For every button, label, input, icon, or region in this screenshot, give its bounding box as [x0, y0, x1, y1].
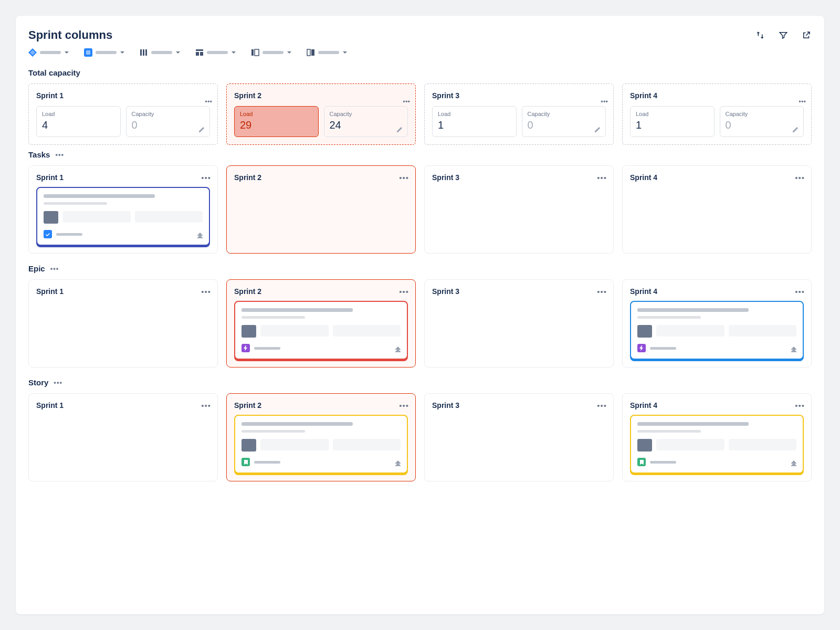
open-external-icon[interactable]	[801, 30, 812, 40]
lane-title: Story•••	[28, 378, 812, 387]
toolbar-label-placeholder	[151, 51, 172, 54]
priority-icon	[394, 346, 402, 353]
card-title-placeholder	[242, 422, 353, 426]
card-field-placeholder	[656, 439, 724, 450]
toolbar-item-2[interactable]	[140, 48, 181, 57]
card-field-placeholder	[729, 439, 797, 450]
lane-cell[interactable]: Sprint 3 •••	[424, 279, 614, 368]
cell-title: Sprint 3	[432, 401, 606, 410]
card-subtitle-placeholder	[637, 316, 701, 319]
lane-cell[interactable]: Sprint 1 •••	[28, 393, 218, 481]
cell-menu-icon[interactable]: •••	[399, 287, 409, 296]
lane-menu-icon[interactable]: •••	[50, 265, 59, 272]
lane-cell[interactable]: Sprint 3 •••	[424, 165, 614, 254]
card-title-placeholder	[44, 194, 155, 198]
lane-cell[interactable]: Sprint 4 •••	[622, 165, 812, 254]
lane-grid: Sprint 1 •••	[28, 165, 812, 254]
issue-key-placeholder	[650, 461, 676, 464]
capacity-label: Capacity	[528, 111, 601, 117]
cell-title: Sprint 1	[36, 287, 210, 296]
cell-title: Sprint 3	[432, 173, 606, 182]
cell-menu-icon[interactable]: •••	[201, 173, 211, 182]
cell-menu-icon[interactable]: •••	[399, 401, 409, 410]
lane-cell[interactable]: Sprint 2 •••	[226, 165, 416, 254]
cell-menu-icon[interactable]: •••	[597, 173, 607, 182]
column-menu-icon[interactable]: •••	[205, 98, 212, 106]
capacity-box[interactable]: Capacity 24	[324, 106, 408, 137]
load-box: Load 4	[36, 106, 121, 137]
filter-icon[interactable]	[778, 30, 789, 40]
issue-card[interactable]	[234, 415, 408, 474]
edit-icon[interactable]	[198, 125, 205, 132]
edit-icon[interactable]	[594, 125, 601, 132]
issue-key-placeholder	[254, 347, 280, 350]
cell-menu-icon[interactable]: •••	[201, 401, 211, 410]
card-field-placeholder	[729, 325, 797, 337]
cell-menu-icon[interactable]: •••	[597, 287, 607, 296]
cell-menu-icon[interactable]: •••	[201, 287, 211, 296]
cell-menu-icon[interactable]: •••	[795, 401, 805, 410]
card-title-placeholder	[637, 422, 749, 426]
issue-card[interactable]	[630, 415, 804, 474]
epic-type-icon	[637, 344, 646, 352]
column-menu-icon[interactable]: •••	[799, 98, 806, 106]
column-menu-icon[interactable]: •••	[601, 98, 608, 106]
lane-cell[interactable]: Sprint 1 •••	[28, 279, 218, 368]
card-subtitle-placeholder	[637, 430, 701, 433]
lane-cell[interactable]: Sprint 4 •••	[622, 279, 812, 368]
capacity-box[interactable]: Capacity 0	[126, 106, 211, 137]
task-type-icon	[44, 230, 52, 238]
lane-cell[interactable]: Sprint 2 •••	[226, 279, 416, 368]
panel-split-icon	[307, 48, 315, 57]
toolbar-label-placeholder	[318, 51, 339, 54]
lane-task: Tasks••• Sprint 1 •••	[28, 150, 812, 254]
toolbar-item-3[interactable]	[195, 48, 236, 57]
cell-menu-icon[interactable]: •••	[399, 173, 409, 182]
lane-menu-icon[interactable]: •••	[55, 151, 64, 159]
lane-cell[interactable]: Sprint 2 •••	[226, 393, 416, 481]
lane-cell[interactable]: Sprint 4 •••	[622, 393, 812, 481]
card-field-placeholder	[333, 439, 401, 450]
page-title: Sprint columns	[28, 28, 112, 42]
issue-card[interactable]	[234, 301, 408, 360]
load-label: Load	[240, 111, 313, 117]
lane-menu-icon[interactable]: •••	[54, 379, 62, 386]
card-title-placeholder	[637, 308, 749, 312]
edit-icon[interactable]	[792, 125, 799, 132]
capacity-column-title: Sprint 4	[630, 91, 804, 100]
cell-menu-icon[interactable]: •••	[795, 287, 805, 296]
story-type-icon	[242, 458, 250, 466]
lane-cell[interactable]: Sprint 1 •••	[28, 165, 218, 254]
load-label: Load	[636, 111, 709, 117]
card-thumbnail	[637, 439, 652, 452]
toolbar-item-4[interactable]	[251, 48, 292, 57]
card-title-placeholder	[242, 308, 353, 312]
sort-icon[interactable]	[755, 30, 765, 40]
card-thumbnail	[637, 325, 652, 338]
story-type-icon	[637, 458, 646, 466]
cell-menu-icon[interactable]: •••	[795, 173, 805, 182]
cell-title: Sprint 3	[432, 287, 606, 296]
lane-cell[interactable]: Sprint 3 •••	[424, 393, 614, 481]
issue-card[interactable]	[630, 301, 804, 360]
lane-title: Tasks•••	[28, 150, 812, 159]
toolbar-item-1[interactable]	[84, 48, 125, 57]
capacity-column-2: Sprint 3 ••• Load 1 Capacity 0	[424, 83, 614, 145]
capacity-label: Capacity	[132, 111, 205, 117]
cell-title: Sprint 4	[630, 287, 804, 296]
cell-title: Sprint 1	[36, 173, 210, 182]
columns-icon	[140, 48, 148, 57]
chevron-down-icon	[231, 50, 236, 55]
toolbar-item-0[interactable]	[28, 48, 69, 57]
load-value: 1	[438, 119, 511, 131]
board: Sprint columns	[16, 16, 824, 614]
capacity-box[interactable]: Capacity 0	[522, 106, 606, 137]
capacity-box[interactable]: Capacity 0	[720, 106, 804, 137]
issue-card[interactable]	[36, 187, 210, 246]
edit-icon[interactable]	[396, 125, 403, 132]
toolbar-item-5[interactable]	[307, 48, 348, 57]
cell-menu-icon[interactable]: •••	[597, 401, 607, 410]
capacity-value: 0	[726, 119, 799, 131]
column-menu-icon[interactable]: •••	[403, 98, 410, 106]
capacity-value: 0	[132, 119, 205, 131]
